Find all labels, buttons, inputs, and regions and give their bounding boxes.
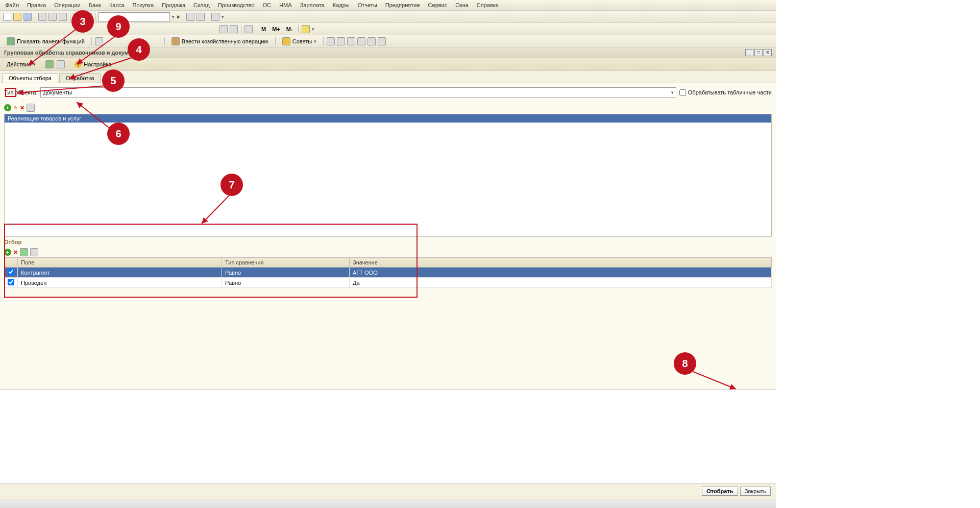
filter-row-check[interactable] [8,269,14,275]
annotation-4: 4 [128,38,150,61]
tree-icon[interactable] [230,25,238,33]
m-button[interactable]: M [259,26,268,32]
menu-os[interactable]: ОС [261,1,274,9]
window-controls: _ □ × [745,49,772,56]
object-toolbar: + ✎ ✕ [4,104,772,112]
menu-service[interactable]: Сервис [426,1,450,9]
t3-icon1[interactable] [327,37,335,45]
filter-icon1[interactable] [20,248,28,256]
menu-kadry[interactable]: Кадры [331,1,352,9]
menu-reports[interactable]: Отчеты [356,1,379,9]
actions-button[interactable]: Действия ▾ [3,60,39,68]
minimize-button[interactable]: _ [745,49,753,56]
filter-row[interactable]: Проведен Равно Да [5,278,772,288]
calc-icon[interactable] [211,13,219,21]
menu-operations[interactable]: Операции [52,1,82,9]
menu-sklad[interactable]: Склад [191,1,212,9]
sub-icon2[interactable] [57,60,65,68]
calc-dropdown-icon[interactable]: ▾ [222,14,224,19]
menu-file[interactable]: Файл [3,1,21,9]
new-doc-icon[interactable] [3,13,11,21]
back-icon[interactable] [197,13,205,21]
tabular-checkbox[interactable] [679,89,686,96]
menu-enterprise[interactable]: Предприятие [383,1,422,9]
filter-row-field[interactable]: Проведен [18,278,222,288]
menu-edit[interactable]: Правка [25,1,48,9]
annotation-3: 3 [71,10,94,33]
save-icon[interactable] [23,13,32,21]
show-panel-button[interactable]: Показать панель функций [3,36,88,46]
paste-icon[interactable] [59,13,67,21]
menu-nma[interactable]: НМА [277,1,293,9]
t3-icon4[interactable] [357,37,365,45]
clear-x-icon[interactable]: × [177,14,180,20]
type-label: Тип объекта: [4,89,37,95]
menu-production[interactable]: Производство [216,1,257,9]
object-row[interactable]: Реализация товаров и услуг [5,114,771,123]
t3-icon3[interactable] [347,37,355,45]
add-filter-icon[interactable]: + [4,249,11,256]
filter-check-header [5,258,18,268]
mplus-button[interactable]: M+ [270,26,282,32]
actions-label: Действия [7,61,31,67]
menu-prodazha[interactable]: Продажа [160,1,187,9]
window-title-text: Групповая обработка справочников и докум… [4,50,144,56]
copy-icon[interactable] [48,13,57,21]
object-extra-icon[interactable] [27,104,35,112]
vvesti-op-label: Ввести хозяйственную операцию [182,38,268,44]
tabular-checkbox-label[interactable]: Обрабатывать табличные части [679,89,772,96]
t3-icon6[interactable] [378,37,386,45]
sovety-button[interactable]: Советы ▾ [279,36,320,46]
cut-icon[interactable] [38,13,46,21]
t3-icon2[interactable] [337,37,345,45]
generic-icon[interactable] [95,37,103,45]
refresh-icon[interactable] [186,13,194,21]
settings-button[interactable]: ? Настройка [71,60,115,69]
menu-help[interactable]: Справка [475,1,501,9]
menu-zp[interactable]: Зарплата [298,1,327,9]
sub-icon1[interactable] [45,60,54,68]
filter-row-val[interactable]: Да [350,278,772,288]
edit-object-icon[interactable]: ✎ [13,105,18,111]
lamp-icon[interactable] [302,25,310,33]
menu-windows[interactable]: Окна [453,1,471,9]
panel-icon [7,37,15,45]
tab-objects[interactable]: Объекты отбора [2,73,58,83]
filter-row-cmp[interactable]: Равно [222,268,350,278]
filter-row[interactable]: Контрагент Равно АГТ ООО [5,268,772,278]
maximize-button[interactable]: □ [754,49,763,56]
filter-table: Поле Тип сравнения Значение Контрагент Р… [4,257,772,288]
select-button[interactable]: Отобрать [702,487,738,496]
filter-row-field[interactable]: Контрагент [18,268,222,278]
type-select[interactable]: Документы ▾ [40,87,676,98]
open-icon[interactable] [13,13,21,21]
delete-filter-icon[interactable]: ✕ [13,249,18,256]
dropdown-arrow-icon[interactable]: ▾ [172,14,175,19]
close-button[interactable]: × [764,49,772,56]
sovety-dropdown-icon: ▾ [314,39,316,44]
filter-toolbar: + ✕ [4,247,772,257]
filter-icon2[interactable] [30,248,38,256]
t3-icon5[interactable] [368,37,376,45]
list-icon[interactable] [219,25,228,33]
lamp-dropdown-icon[interactable]: ▾ [312,27,314,32]
menu-pokupka[interactable]: Покупка [131,1,156,9]
people-icon[interactable] [244,25,253,33]
add-object-icon[interactable]: + [4,104,11,111]
filter-row-check[interactable] [8,279,14,285]
menu-kassa[interactable]: Касса [107,1,127,9]
tab-processing[interactable]: Обработка [59,73,101,83]
mminus-button[interactable]: M- [284,26,295,32]
menu-bank[interactable]: Банк [87,1,103,9]
delete-object-icon[interactable]: ✕ [20,105,24,111]
operation-icon [172,37,180,45]
vvesti-op-button[interactable]: Ввести хозяйственную операцию [168,36,272,46]
type-value: Документы [43,89,72,95]
close-bottom-button[interactable]: Закрыть [740,487,771,496]
filter-col-cmp[interactable]: Тип сравнения [222,258,350,268]
filter-col-val[interactable]: Значение [350,258,772,268]
show-panel-label: Показать панель функций [17,38,85,44]
filter-row-val[interactable]: АГТ ООО [350,268,772,278]
filter-col-field[interactable]: Поле [18,258,222,268]
filter-row-cmp[interactable]: Равно [222,278,350,288]
